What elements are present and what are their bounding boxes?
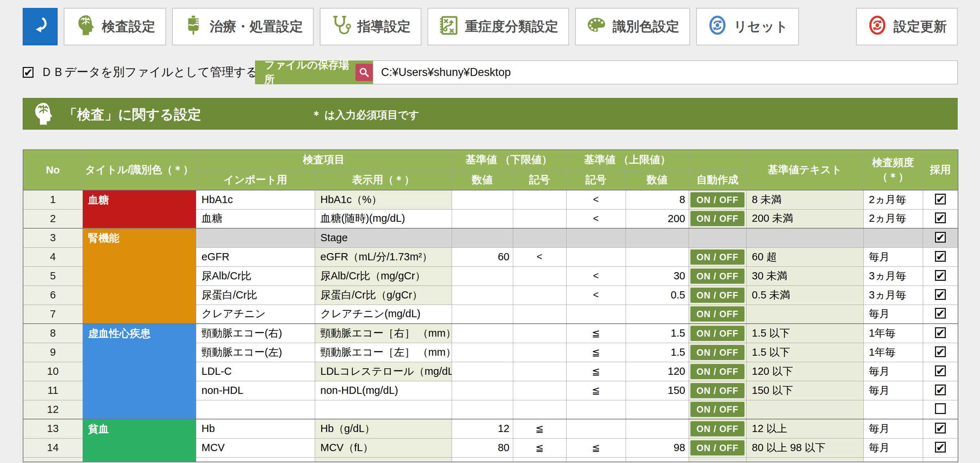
auto-create-toggle[interactable]: ON / OFF [690, 421, 745, 436]
lower-symbol-cell[interactable] [513, 381, 566, 400]
upper-value-cell[interactable]: 1.5 [625, 343, 689, 362]
reference-text-cell[interactable] [746, 400, 863, 419]
toolbar-button-exam-settings[interactable]: 検査設定 [64, 8, 166, 45]
auto-create-toggle[interactable]: ON / OFF [690, 402, 745, 417]
display-name-cell[interactable]: eGFR（mL/分/1.73m²） [315, 247, 452, 266]
category-title-cell[interactable]: 貧血 [83, 419, 196, 462]
lower-symbol-cell[interactable] [513, 209, 566, 228]
undo-button[interactable] [23, 8, 57, 45]
lower-symbol-cell[interactable] [513, 266, 566, 285]
file-location-button[interactable]: ファイルの保存場所 [255, 60, 373, 84]
lower-symbol-cell[interactable] [513, 362, 566, 381]
auto-create-toggle[interactable]: ON / OFF [690, 211, 745, 226]
auto-create-toggle[interactable]: ON / OFF [690, 345, 745, 360]
upper-symbol-cell[interactable]: ≦ [566, 438, 625, 457]
adopt-checkbox[interactable]: ✔ [935, 366, 946, 376]
frequency-cell[interactable]: 毎月 [863, 419, 923, 438]
import-name-cell[interactable]: LDL-C [196, 362, 315, 381]
upper-value-cell[interactable]: 150 [625, 381, 689, 400]
frequency-cell[interactable]: 毎月 [863, 247, 923, 266]
lower-value-cell[interactable] [452, 305, 513, 324]
reference-text-cell[interactable]: 0.5 未満 [746, 285, 863, 305]
file-path-input[interactable]: C:¥Users¥shuny¥Desktop [373, 60, 958, 84]
auto-create-toggle[interactable]: ON / OFF [690, 192, 745, 207]
lower-symbol-cell[interactable]: < [513, 247, 566, 266]
lower-value-cell[interactable] [452, 400, 513, 419]
auto-create-toggle[interactable]: ON / OFF [690, 364, 745, 379]
adopt-checkbox[interactable]: ✔ [935, 251, 946, 262]
display-name-cell[interactable]: MCV（fL） [315, 438, 452, 457]
upper-symbol-cell[interactable]: ≦ [566, 343, 625, 362]
import-name-cell[interactable]: Hb [196, 419, 315, 438]
display-name-cell[interactable] [315, 400, 452, 419]
upper-symbol-cell[interactable] [566, 400, 625, 419]
upper-value-cell[interactable]: 120 [625, 362, 689, 381]
frequency-cell[interactable] [863, 400, 923, 419]
frequency-cell[interactable]: 毎月 [863, 305, 923, 324]
frequency-cell[interactable]: 3ヵ月毎 [863, 285, 923, 305]
lower-symbol-cell[interactable] [513, 400, 566, 419]
frequency-cell[interactable]: 1年毎 [863, 343, 923, 362]
adopt-checkbox[interactable]: ✔ [935, 232, 946, 243]
upper-value-cell[interactable]: 30 [625, 266, 689, 285]
upper-value-cell[interactable]: 8 [625, 190, 689, 209]
reference-text-cell[interactable] [746, 305, 863, 324]
reference-text-cell[interactable]: 12 以上 [746, 419, 863, 438]
auto-create-toggle[interactable]: ON / OFF [690, 288, 745, 303]
display-name-cell[interactable]: 血糖(随時)(mg/dL) [315, 209, 452, 228]
lower-symbol-cell[interactable] [513, 343, 566, 362]
lower-value-cell[interactable] [452, 209, 513, 228]
lower-value-cell[interactable]: 60 [452, 247, 513, 266]
reference-text-cell[interactable]: 1.5 以下 [746, 324, 863, 343]
lower-symbol-cell[interactable] [513, 190, 566, 209]
import-name-cell[interactable]: MCV [196, 438, 315, 457]
category-title-cell[interactable]: 腎機能 [83, 228, 196, 324]
reference-text-cell[interactable]: 8 未満 [746, 190, 863, 209]
display-name-cell[interactable]: 頸動脈エコー［右］ （mm） [315, 324, 452, 343]
lower-symbol-cell[interactable] [513, 324, 566, 343]
display-name-cell[interactable]: HbA1c（%） [315, 190, 452, 209]
adopt-checkbox[interactable]: ✔ [935, 423, 946, 433]
toolbar-button-reset[interactable]: リセット [696, 8, 799, 45]
adopt-checkbox[interactable]: ✔ [935, 442, 946, 453]
reference-text-cell[interactable]: 120 以下 [746, 362, 863, 381]
frequency-cell[interactable]: 2ヵ月毎 [863, 209, 923, 228]
search-icon[interactable] [355, 64, 373, 81]
frequency-cell[interactable]: 毎月 [863, 438, 923, 457]
lower-value-cell[interactable] [452, 362, 513, 381]
upper-symbol-cell[interactable] [566, 247, 625, 266]
import-name-cell[interactable]: 尿蛋白/Cr比 [196, 285, 315, 305]
frequency-cell[interactable]: 毎月 [863, 362, 923, 381]
auto-create-toggle[interactable]: ON / OFF [690, 440, 745, 455]
import-name-cell[interactable]: 頸動脈エコー(右) [196, 324, 315, 343]
reference-text-cell[interactable]: 200 未満 [746, 209, 863, 228]
import-name-cell[interactable]: HbA1c [196, 190, 315, 209]
category-title-cell[interactable]: 血糖 [83, 190, 196, 228]
lower-symbol-cell[interactable]: ≦ [513, 438, 566, 457]
upper-value-cell[interactable] [625, 305, 689, 324]
lower-value-cell[interactable] [452, 343, 513, 362]
import-name-cell[interactable]: 血糖 [196, 209, 315, 228]
upper-value-cell[interactable]: 200 [625, 209, 689, 228]
upper-symbol-cell[interactable]: < [566, 285, 625, 305]
lower-value-cell[interactable] [452, 190, 513, 209]
upper-value-cell[interactable]: 98 [625, 438, 689, 457]
adopt-checkbox[interactable]: ✔ [935, 385, 946, 395]
lower-value-cell[interactable] [452, 381, 513, 400]
import-name-cell[interactable]: 頸動脈エコー(左) [196, 343, 315, 362]
frequency-cell[interactable]: 毎月 [863, 381, 923, 400]
adopt-checkbox[interactable]: ✔ [935, 308, 946, 319]
db-checkbox-box[interactable]: ✔ [23, 67, 33, 78]
auto-create-toggle[interactable]: ON / OFF [690, 326, 745, 341]
reference-text-cell[interactable]: 150 以下 [746, 381, 863, 400]
display-name-cell[interactable]: クレアチニン(mg/dL) [315, 305, 452, 324]
reference-text-cell[interactable]: 60 超 [746, 247, 863, 266]
lower-symbol-cell[interactable] [513, 285, 566, 305]
import-name-cell[interactable]: クレアチニン [196, 305, 315, 324]
import-name-cell[interactable]: 尿Alb/Cr比 [196, 266, 315, 285]
upper-symbol-cell[interactable]: ≦ [566, 324, 625, 343]
lower-value-cell[interactable] [452, 266, 513, 285]
reference-text-cell[interactable]: 30 未満 [746, 266, 863, 285]
lower-value-cell[interactable] [452, 285, 513, 305]
adopt-checkbox[interactable]: ✔ [935, 346, 946, 357]
